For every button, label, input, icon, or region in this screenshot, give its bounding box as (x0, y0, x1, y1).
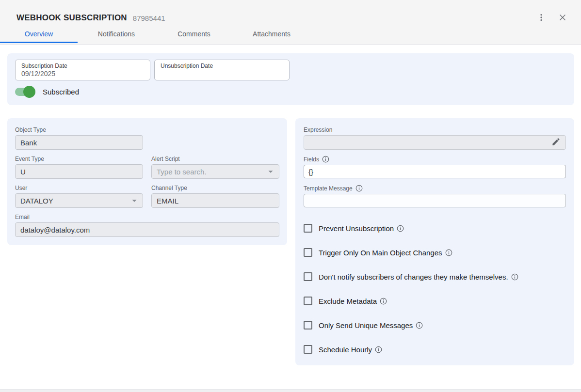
checkbox-icon[interactable] (304, 224, 312, 233)
event-type-group: Event Type U (15, 156, 143, 179)
channel-type-group: Channel Type EMAIL (151, 185, 279, 208)
checkbox-schedule-hourly[interactable]: Schedule Hourly (304, 345, 566, 354)
tab-bar: Overview Notifications Comments Attachme… (0, 25, 581, 43)
template-message-label-row: Template Message (304, 185, 566, 192)
grid-spacer (151, 126, 279, 150)
fields-label-row: Fields (304, 156, 566, 163)
object-type-value: Bank (20, 139, 37, 147)
pencil-icon (551, 137, 561, 148)
tab-comments[interactable]: Comments (155, 25, 233, 43)
checkbox-icon[interactable] (304, 321, 312, 329)
checkbox-prevent-unsubscription[interactable]: Prevent Unsubscription (304, 224, 566, 233)
header-actions (534, 11, 569, 25)
details-panel: Object Type Bank Event Type U Alert Scri (7, 118, 287, 245)
title-row: WEBHOOK SUBSCRIPTION 87985441 (0, 0, 581, 25)
channel-type-field[interactable]: EMAIL (151, 193, 279, 208)
template-message-label: Template Message (304, 185, 353, 192)
tab-notifications[interactable]: Notifications (78, 25, 155, 43)
subscribed-toggle[interactable] (15, 87, 34, 96)
checkbox-label: Prevent Unsubscription (319, 224, 394, 233)
email-value: dataloy@dataloy.com (20, 226, 90, 234)
info-icon[interactable] (380, 298, 387, 305)
event-type-label: Event Type (15, 156, 143, 162)
channel-type-value: EMAIL (157, 197, 178, 205)
date-row: Subscription Date 09/12/2025 Unsubscript… (15, 60, 566, 80)
subscription-date-label: Subscription Date (21, 63, 144, 69)
kebab-menu-button[interactable] (534, 11, 548, 25)
alert-script-placeholder: Type to search. (157, 168, 207, 176)
checkbox-label: Trigger Only On Main Object Changes (319, 249, 442, 257)
info-icon[interactable] (511, 273, 518, 281)
object-type-label: Object Type (15, 126, 143, 133)
checkbox-only-send-unique-messages[interactable]: Only Send Unique Messages (304, 321, 566, 329)
template-message-input[interactable] (304, 194, 566, 207)
checkbox-trigger-only-main-object[interactable]: Trigger Only On Main Object Changes (304, 248, 566, 257)
event-type-field[interactable]: U (15, 164, 143, 179)
page-title: WEBHOOK SUBSCRIPTION (16, 13, 127, 23)
fields-input[interactable] (304, 165, 566, 178)
subscription-date-value: 09/12/2025 (21, 70, 144, 78)
bottom-divider (0, 389, 581, 392)
toggle-knob (23, 86, 35, 98)
expression-field[interactable] (304, 135, 566, 150)
user-value: DATALOY (20, 197, 53, 205)
channel-type-label: Channel Type (151, 185, 279, 191)
alert-script-group: Alert Script Type to search. (151, 156, 279, 179)
checkbox-label: Exclude Metadata (319, 297, 377, 305)
expression-label: Expression (304, 126, 566, 133)
info-icon[interactable] (416, 322, 423, 329)
email-group: Email dataloy@dataloy.com (15, 214, 279, 237)
info-icon[interactable] (355, 185, 363, 192)
template-message-group: Template Message (304, 185, 566, 207)
options-checkbox-list: Prevent Unsubscription Trigger Only On M… (304, 224, 566, 354)
webhook-subscription-dialog: WEBHOOK SUBSCRIPTION 87985441 (0, 0, 581, 392)
info-icon[interactable] (445, 249, 452, 256)
checkbox-dont-notify-self-changes[interactable]: Don't notify subscribers of changes they… (304, 272, 566, 281)
close-button[interactable] (556, 11, 569, 25)
alert-script-select[interactable]: Type to search. (151, 164, 279, 179)
email-field[interactable]: dataloy@dataloy.com (15, 222, 279, 237)
event-type-value: U (20, 168, 26, 176)
fields-group: Fields (304, 156, 566, 178)
tab-overview[interactable]: Overview (0, 25, 78, 43)
checkbox-icon[interactable] (304, 345, 312, 354)
object-type-field[interactable]: Bank (15, 135, 143, 150)
fields-label: Fields (304, 156, 319, 163)
chevron-down-icon (265, 166, 276, 177)
info-icon[interactable] (375, 346, 382, 353)
info-icon[interactable] (322, 156, 329, 163)
user-group: User DATALOY (15, 185, 143, 208)
object-type-group: Object Type Bank (15, 126, 143, 150)
expression-panel: Expression Fields (295, 118, 574, 365)
tab-attachments[interactable]: Attachments (233, 25, 310, 43)
subscription-panel: Subscription Date 09/12/2025 Unsubscript… (7, 53, 574, 105)
kebab-menu-icon (536, 13, 546, 24)
chevron-down-icon (129, 195, 140, 206)
subscribed-toggle-row: Subscribed (15, 86, 566, 97)
checkbox-label: Schedule Hourly (319, 345, 372, 354)
checkbox-icon[interactable] (304, 297, 312, 305)
overview-content: Subscription Date 09/12/2025 Unsubscript… (0, 45, 581, 365)
checkbox-icon[interactable] (304, 248, 312, 257)
email-label: Email (15, 214, 279, 220)
user-label: User (15, 185, 143, 191)
record-id: 87985441 (133, 14, 165, 22)
subscription-date-field[interactable]: Subscription Date 09/12/2025 (15, 60, 150, 80)
close-icon (558, 13, 567, 24)
checkbox-exclude-metadata[interactable]: Exclude Metadata (304, 297, 566, 305)
checkbox-label: Don't notify subscribers of changes they… (319, 273, 508, 281)
checkbox-label: Only Send Unique Messages (319, 321, 413, 329)
unsubscription-date-field[interactable]: Unsubscription Date (154, 60, 290, 80)
info-icon[interactable] (397, 225, 404, 232)
edit-expression-button[interactable] (550, 137, 562, 148)
user-select[interactable]: DATALOY (15, 193, 143, 208)
alert-script-label: Alert Script (151, 156, 279, 162)
checkbox-icon[interactable] (304, 272, 312, 281)
unsubscription-date-label: Unsubscription Date (161, 63, 283, 69)
dialog-header: WEBHOOK SUBSCRIPTION 87985441 (0, 0, 581, 45)
subscribed-toggle-label: Subscribed (43, 88, 79, 96)
